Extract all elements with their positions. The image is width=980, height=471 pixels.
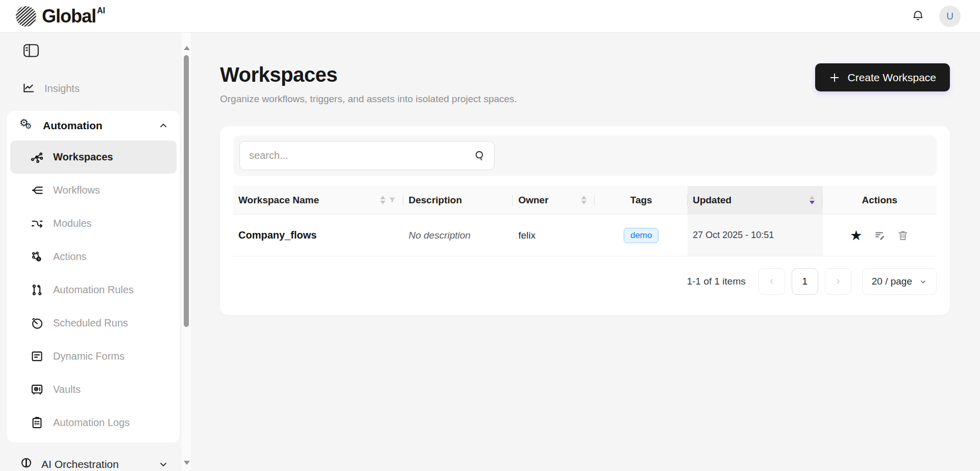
sidebar-item-label: Dynamic Forms [53, 350, 125, 362]
sidebar-item-scheduled-runs[interactable]: Scheduled Runs [10, 307, 177, 340]
sidebar-item-automation[interactable]: ⚙⚙ Automation [7, 111, 180, 140]
sidebar-item-label: Scheduled Runs [53, 317, 128, 329]
sidebar-item-ai-orchestration[interactable]: AI Orchestration [7, 453, 180, 471]
workspaces-table: Workspace Name Description Owner [233, 186, 937, 256]
sort-carets-icon[interactable] [380, 196, 385, 204]
cell-tags: demo [595, 215, 688, 256]
sidebar-item-label: Workspaces [53, 151, 113, 163]
column-header-actions: Actions [823, 186, 937, 214]
pagination-summary: 1-1 of 1 items [687, 276, 746, 287]
column-header-description: Description [403, 186, 513, 214]
gears-icon: ⚙⚙ [19, 118, 35, 133]
column-header-tags: Tags [595, 186, 688, 214]
action-bolt-icon [30, 250, 44, 264]
table-header-row: Workspace Name Description Owner [233, 186, 937, 215]
vault-icon [30, 383, 44, 396]
page-title: Workspaces [220, 63, 517, 86]
network-hub-icon [30, 150, 44, 164]
merge-icon [30, 183, 44, 197]
main-content: Workspaces Organize workflows, triggers,… [191, 33, 980, 471]
sort-carets-icon[interactable] [810, 196, 815, 204]
column-label: Description [408, 195, 462, 206]
sidebar-item-modules[interactable]: Modules [10, 207, 177, 240]
sort-carets-icon[interactable] [581, 196, 586, 204]
tag-badge: demo [624, 228, 659, 243]
sidebar-item-insights[interactable]: Insights [9, 76, 180, 101]
sidebar: Insights ⚙⚙ Automation [0, 33, 191, 471]
workspaces-card: Workspace Name Description Owner [220, 126, 950, 315]
sidebar-item-label: Actions [53, 251, 87, 263]
cell-description: No description [403, 215, 513, 256]
column-label: Updated [693, 195, 731, 206]
column-label: Workspace Name [238, 195, 319, 206]
notifications-button[interactable] [911, 9, 925, 23]
search-field [239, 141, 495, 170]
page-size-select[interactable]: 20 / page [862, 268, 937, 295]
search-section [233, 135, 937, 176]
search-icon[interactable] [474, 150, 486, 162]
scroll-down-arrow-icon[interactable] [184, 461, 190, 465]
sidebar-item-vaults[interactable]: Vaults [10, 373, 177, 406]
topbar-actions: U [911, 6, 961, 27]
next-page-button[interactable] [825, 268, 851, 295]
sidebar-item-actions[interactable]: Actions [10, 240, 177, 273]
line-chart-icon [22, 82, 35, 95]
user-avatar[interactable]: U [939, 6, 961, 27]
cell-workspace-name[interactable]: Company_flows [233, 215, 403, 256]
cell-owner: felix [513, 215, 595, 256]
chevron-left-icon [768, 277, 776, 286]
sidebar-group-automation: ⚙⚙ Automation [7, 111, 180, 442]
brand-text: GlobalAI [42, 6, 105, 27]
sidebar-scrollbar[interactable] [182, 33, 191, 471]
sidebar-item-label: Insights [44, 83, 80, 95]
form-icon [30, 349, 44, 363]
cell-updated: 27 Oct 2025 - 10:51 [688, 215, 823, 256]
sidebar-item-automation-rules[interactable]: Automation Rules [10, 273, 177, 307]
table-row[interactable]: Company_flows No description felix demo … [233, 215, 937, 256]
sidebar-item-automation-logs[interactable]: Automation Logs [10, 406, 177, 439]
column-label: Owner [518, 195, 548, 206]
sidebar-item-label: Modules [53, 218, 92, 229]
top-bar: GlobalAI U [0, 0, 980, 33]
delete-button[interactable] [897, 229, 909, 242]
previous-page-button[interactable] [758, 268, 785, 295]
sidebar-collapse-button[interactable] [23, 44, 39, 59]
page-header-text: Workspaces Organize workflows, triggers,… [220, 63, 517, 105]
rules-icon [30, 283, 44, 297]
column-label: Actions [862, 195, 897, 206]
sidebar-item-dynamic-forms[interactable]: Dynamic Forms [10, 340, 177, 373]
chevron-down-icon [158, 459, 168, 469]
brand-logo: GlobalAI [15, 6, 105, 27]
create-workspace-button[interactable]: Create Workspace [815, 63, 950, 91]
filter-funnel-icon[interactable] [388, 196, 396, 204]
pagination: 1-1 of 1 items 1 20 / page [233, 268, 937, 295]
chevron-up-icon [158, 121, 168, 131]
timer-icon [30, 316, 44, 330]
page-number-button[interactable]: 1 [792, 268, 818, 295]
sidebar-item-label: Automation Logs [53, 417, 130, 429]
bell-icon [911, 9, 925, 23]
favorite-star-icon[interactable]: ★ [850, 228, 862, 242]
scroll-up-arrow-icon[interactable] [184, 46, 190, 50]
column-header-updated[interactable]: Updated [688, 186, 823, 214]
search-input[interactable] [249, 150, 474, 161]
sidebar-item-workflows[interactable]: Workflows [10, 174, 177, 207]
edit-button[interactable] [873, 229, 886, 242]
globe-stripes-icon [15, 6, 37, 27]
column-header-workspace-name[interactable]: Workspace Name [233, 186, 403, 214]
panel-collapse-icon [23, 44, 39, 57]
content-shell: Insights ⚙⚙ Automation [0, 33, 980, 471]
sidebar-item-label: Automation Rules [53, 284, 134, 296]
clipboard-icon [30, 416, 44, 430]
brain-icon [19, 456, 33, 471]
chevron-right-icon [834, 277, 842, 286]
edit-note-icon [873, 229, 886, 242]
sidebar-item-workspaces[interactable]: Workspaces [10, 140, 177, 174]
column-header-owner[interactable]: Owner [513, 186, 595, 214]
page-size-value: 20 / page [872, 276, 912, 287]
page-subtitle: Organize workflows, triggers, and assets… [220, 93, 517, 105]
scrollbar-thumb[interactable] [184, 55, 189, 327]
chevron-down-icon [919, 278, 927, 286]
sidebar-item-label: Automation [43, 120, 103, 132]
page-header: Workspaces Organize workflows, triggers,… [220, 63, 950, 105]
